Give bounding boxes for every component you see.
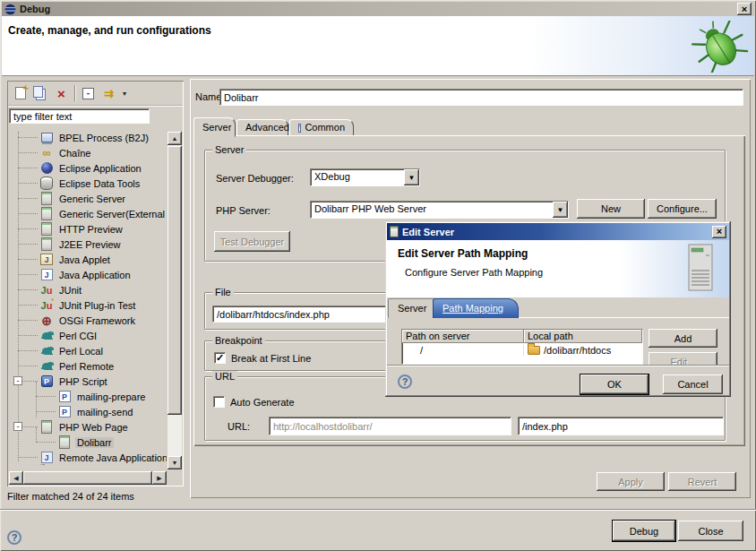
tree-vertical-scrollbar[interactable]: ▲ ▼	[168, 132, 182, 469]
tree-item-j2ee-preview[interactable]: J2EE Preview	[9, 237, 167, 252]
apply-button[interactable]: Apply	[597, 472, 665, 491]
tree-item-php-web-page[interactable]: -PHP Web Page	[9, 419, 167, 435]
server-debugger-select[interactable]: XDebug ▼	[310, 168, 420, 186]
php-server-select[interactable]: Dolibarr PHP Web Server ▼	[310, 201, 569, 219]
php-file-icon	[57, 390, 72, 404]
delete-configuration-icon[interactable]: ×	[51, 83, 72, 103]
duplicate-configuration-icon[interactable]	[30, 83, 51, 103]
tab-advanced[interactable]: Advanced	[236, 119, 288, 136]
debug-button[interactable]: Debug	[613, 521, 675, 541]
dropdown-caret-icon[interactable]: ▾	[119, 83, 130, 103]
tree-horizontal-scrollbar[interactable]: ◀ ▶	[9, 471, 167, 485]
debug-window: Debug × Create, manage, and run configur…	[0, 0, 756, 551]
tree-item-generic-server-external-la[interactable]: Generic Server(External La	[9, 206, 167, 221]
tree-item-label: Dolibarr	[75, 437, 114, 448]
column-local-path[interactable]: Local path	[524, 330, 642, 343]
tree-item-cha-ne[interactable]: Chaîne	[9, 145, 167, 160]
server-group-legend: Server	[212, 144, 246, 155]
collapse-all-icon[interactable]	[78, 83, 99, 103]
tree-item-java-application[interactable]: Java Application	[9, 267, 167, 282]
tree-item-java-applet[interactable]: Java Applet	[9, 252, 167, 267]
tree-item-osgi-framework[interactable]: OSGi Framework	[9, 313, 167, 328]
base-url-input[interactable]	[269, 417, 511, 435]
name-input[interactable]	[219, 89, 743, 106]
tree-item-generic-server[interactable]: Generic Server	[9, 191, 167, 206]
configure-server-button[interactable]: Configure...	[648, 199, 717, 219]
tree-item-eclipse-data-tools[interactable]: Eclipse Data Tools	[9, 176, 167, 191]
configurations-sidebar: × ⇉ ▾ BPEL Process (B2J)ChaîneEclipse Ap…	[7, 81, 184, 486]
tree-item-remote-java-application[interactable]: Remote Java Application	[9, 450, 167, 465]
horizontal-scroll-thumb[interactable]	[23, 471, 152, 485]
help-icon[interactable]: ?	[7, 530, 21, 545]
collapse-expander-icon[interactable]: -	[13, 422, 22, 431]
close-button[interactable]: Close	[678, 521, 743, 541]
server-debugger-label: Server Debugger:	[216, 173, 294, 184]
common-tab-icon	[298, 124, 301, 133]
java-application-icon	[39, 268, 54, 282]
tree-item-mailing-prepare[interactable]: mailing-prepare	[9, 389, 167, 404]
server-debugger-value: XDebug	[311, 169, 404, 185]
dropdown-arrow-icon[interactable]: ▼	[553, 202, 568, 218]
table-row[interactable]: / /dolibarr/htdocs	[402, 343, 642, 357]
folder-icon	[528, 346, 540, 355]
server-dialog-icon	[390, 226, 399, 237]
filter-input[interactable]	[9, 108, 150, 124]
scroll-up-icon[interactable]: ▲	[168, 132, 182, 145]
url-path-input[interactable]	[518, 417, 724, 435]
junit-plugin-icon: *	[39, 298, 54, 313]
footer-divider	[0, 509, 756, 511]
tree-item-label: mailing-prepare	[75, 392, 147, 402]
tree-item-mailing-send[interactable]: mailing-send	[9, 404, 167, 419]
filter-icon[interactable]: ⇉	[99, 83, 119, 103]
dropdown-arrow-icon[interactable]: ▼	[404, 169, 419, 185]
tree-item-label: Perl Remote	[57, 361, 116, 372]
tree-item-label: Generic Server	[57, 194, 127, 204]
tree-item-perl-local[interactable]: Perl Local	[9, 343, 167, 358]
tree-item-label: Perl CGI	[57, 331, 99, 341]
column-path-on-server[interactable]: Path on server	[402, 330, 524, 343]
server-tower-graphic	[684, 243, 717, 295]
bpel-process-icon	[39, 131, 54, 145]
new-configuration-icon[interactable]	[10, 83, 30, 103]
tab-server-label: Server	[202, 122, 231, 133]
dialog-tab-server[interactable]: Server	[388, 298, 436, 318]
dialog-close-button[interactable]: ×	[712, 226, 726, 238]
tree-item-junit[interactable]: JUnit	[9, 282, 167, 297]
new-server-button[interactable]: New	[577, 199, 645, 219]
php-server-value: Dolibarr PHP Web Server	[311, 202, 553, 218]
tree-item-junit-plug-in-test[interactable]: *JUnit Plug-in Test	[9, 297, 167, 313]
tree-item-perl-remote[interactable]: Perl Remote	[9, 358, 167, 374]
server-icon	[57, 435, 72, 450]
ok-button[interactable]: OK	[580, 375, 649, 394]
tree-item-eclipse-application[interactable]: Eclipse Application	[9, 160, 167, 176]
add-mapping-button[interactable]: Add	[649, 329, 717, 348]
cancel-button[interactable]: Cancel	[663, 375, 723, 394]
server-icon	[39, 420, 54, 435]
window-close-button[interactable]: ×	[737, 3, 752, 15]
scroll-left-icon[interactable]: ◀	[9, 471, 23, 485]
vertical-scroll-thumb[interactable]	[168, 146, 182, 415]
perl-icon	[39, 329, 54, 343]
eclipse-application-icon	[39, 161, 54, 176]
test-debugger-button[interactable]: Test Debugger	[214, 231, 290, 252]
dialog-help-icon[interactable]: ?	[398, 375, 412, 389]
tree-item-php-script[interactable]: -PHP Script	[9, 374, 167, 389]
scroll-right-icon[interactable]: ▶	[152, 471, 167, 485]
revert-button[interactable]: Revert	[668, 472, 736, 491]
dialog-tab-path-mapping[interactable]: Path Mapping	[433, 298, 519, 318]
tab-common[interactable]: Common	[289, 119, 354, 136]
break-first-line-label: Break at First Line	[231, 353, 311, 364]
tree-item-http-preview[interactable]: HTTP Preview	[9, 221, 167, 237]
tree-item-dolibarr[interactable]: Dolibarr	[9, 435, 167, 450]
scroll-down-icon[interactable]: ▼	[168, 456, 182, 469]
tab-server[interactable]: Server	[193, 117, 236, 137]
collapse-expander-icon[interactable]: -	[13, 376, 22, 385]
tree-item-label: JUnit Plug-in Test	[57, 300, 137, 311]
tree-item-bpel-process-b2j[interactable]: BPEL Process (B2J)	[9, 130, 167, 145]
tree-item-perl-cgi[interactable]: Perl CGI	[9, 328, 167, 343]
remote-java-icon	[39, 451, 54, 465]
dialog-heading: Edit Server Path Mapping	[398, 247, 528, 260]
break-first-line-checkbox[interactable]: ✓	[214, 352, 226, 364]
auto-generate-checkbox[interactable]	[213, 396, 225, 408]
edit-mapping-button[interactable]: Edit...	[649, 352, 717, 365]
